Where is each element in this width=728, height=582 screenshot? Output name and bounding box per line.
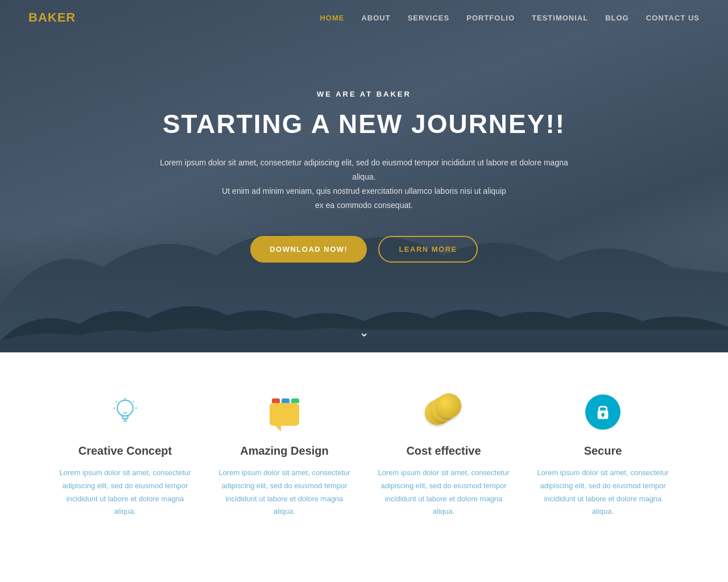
bulb-icon [105, 392, 145, 432]
nav-item-about[interactable]: ABOUT [361, 13, 390, 23]
feature-creative-desc: Lorem ipsum dolor sit amet, consectetur … [59, 467, 191, 518]
feature-creative: Creative Concept Lorem ipsum dolor sit a… [46, 392, 205, 518]
feature-design: Amazing Design Lorem ipsum dolor sit ame… [205, 392, 364, 518]
nav-links: HOME ABOUT SERVICES PORTFOLIO TESTIMONIA… [320, 13, 700, 23]
nav-link-about[interactable]: ABOUT [361, 14, 390, 22]
feature-cost-desc: Lorem ipsum dolor sit amet, consectetur … [378, 467, 510, 518]
nav-item-contact[interactable]: CONTACT US [646, 13, 700, 23]
nav-item-home[interactable]: HOME [320, 13, 344, 23]
feature-cost: Cost effective Lorem ipsum dolor sit ame… [364, 392, 523, 518]
nav-link-services[interactable]: SERVICES [408, 14, 450, 22]
nav-link-blog[interactable]: BLOG [605, 14, 629, 22]
logo-ker: KER [48, 10, 76, 24]
design-icon [264, 392, 304, 432]
nav-item-blog[interactable]: BLOG [605, 13, 629, 23]
feature-design-title: Amazing Design [218, 444, 350, 458]
brand-logo[interactable]: BAKER [28, 10, 76, 25]
hero-desc-line3: ex ea commodo consequat. [159, 198, 569, 213]
feature-secure-desc: Lorem ipsum dolor sit amet, consectetur … [537, 467, 669, 518]
feature-secure: Secure Lorem ipsum dolor sit amet, conse… [523, 392, 682, 518]
nav-link-contact[interactable]: CONTACT US [646, 14, 700, 22]
feature-creative-title: Creative Concept [59, 444, 191, 458]
hero-content: WE ARE AT BAKER STARTING A NEW JOURNEY!!… [159, 90, 569, 262]
hero-section: WE ARE AT BAKER STARTING A NEW JOURNEY!!… [0, 0, 728, 352]
feature-cost-title: Cost effective [378, 444, 510, 458]
coins-icon [424, 392, 464, 432]
lock-icon [583, 392, 623, 432]
nav-item-services[interactable]: SERVICES [408, 13, 450, 23]
nav-item-testimonial[interactable]: TESTIMONIAL [532, 13, 588, 23]
hero-description: Lorem ipsum dolor sit amet, consectetur … [159, 156, 569, 213]
hero-desc-line1: Lorem ipsum dolor sit amet, consectetur … [159, 156, 569, 184]
feature-secure-title: Secure [537, 444, 669, 458]
feature-design-desc: Lorem ipsum dolor sit amet, consectetur … [218, 467, 350, 518]
logo-ba: BA [28, 10, 48, 24]
nav-link-testimonial[interactable]: TESTIMONIAL [532, 14, 588, 22]
download-button[interactable]: DOWNLOAD NOW! [250, 236, 367, 263]
hero-title: STARTING A NEW JOURNEY!! [159, 110, 569, 139]
svg-line-4 [116, 401, 117, 402]
learn-more-button[interactable]: LEARN MORE [378, 236, 477, 263]
navbar: BAKER HOME ABOUT SERVICES PORTFOLIO TEST… [0, 0, 728, 35]
scroll-down-arrow[interactable]: ⌄ [359, 325, 369, 340]
hero-desc-line2: Ut enim ad minim veniam, quis nostrud ex… [159, 184, 569, 198]
nav-link-portfolio[interactable]: PORTFOLIO [466, 14, 515, 22]
hero-subtitle: WE ARE AT BAKER [159, 90, 569, 98]
nav-link-home[interactable]: HOME [320, 14, 344, 22]
svg-line-5 [133, 401, 134, 402]
hero-buttons: DOWNLOAD NOW! LEARN MORE [159, 236, 569, 263]
features-section: Creative Concept Lorem ipsum dolor sit a… [0, 352, 728, 552]
nav-item-portfolio[interactable]: PORTFOLIO [466, 13, 515, 23]
